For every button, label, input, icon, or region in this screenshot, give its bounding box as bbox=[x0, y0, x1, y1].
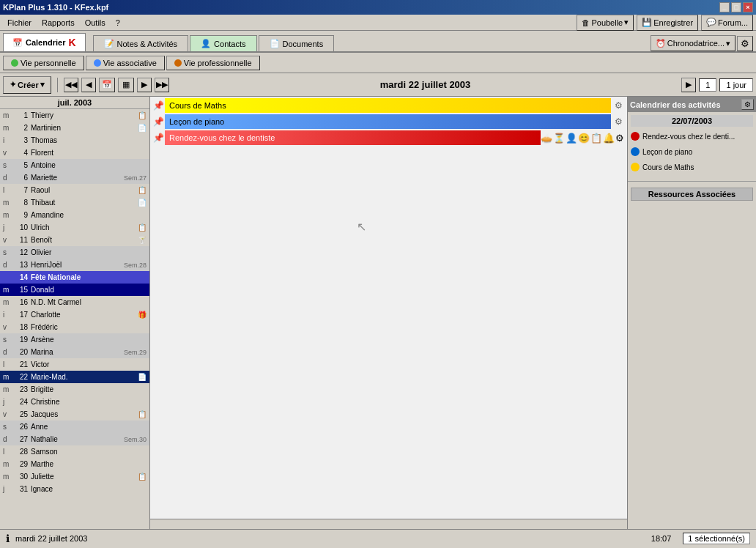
tab-bar: 📅 Calendrier K 📝 Notes & Activités 👤 Con… bbox=[0, 31, 756, 53]
nav-next-button[interactable]: ▶ bbox=[137, 78, 152, 92]
event-block-rdv-dentiste[interactable]: Rendez-vous chez le dentiste bbox=[165, 130, 541, 145]
status-count: 1 sélectionné(s) bbox=[683, 533, 750, 544]
day-row[interactable]: l21Victor bbox=[0, 358, 149, 371]
tab-calendrier-label: Calendrier bbox=[26, 38, 65, 47]
status-date: mardi 22 juillet 2003 bbox=[15, 534, 87, 543]
tab-contacts-label: Contacts bbox=[214, 40, 245, 48]
tab-documents[interactable]: 📄 Documents bbox=[259, 35, 335, 51]
day-row[interactable]: v18Frédéric bbox=[0, 321, 149, 333]
title-bar: KPlan Plus 1.310 - KFex.kpf _ □ × bbox=[0, 0, 756, 15]
doc-icon: 📋 bbox=[138, 410, 147, 418]
activities-title: Calendrier des activités bbox=[630, 100, 721, 109]
event-icons: 🥧 ⏳ 👤 😊 📋 🔔 ⚙ bbox=[541, 133, 626, 144]
nav-today-button[interactable]: ▶ bbox=[681, 78, 696, 92]
window-controls[interactable]: _ □ × bbox=[719, 2, 753, 12]
create-button[interactable]: ✦ Créer ▾ bbox=[3, 76, 51, 94]
tab-vie-pro[interactable]: Vie professionnelle bbox=[166, 56, 260, 70]
day-row[interactable]: v11Benoît🍸 bbox=[0, 234, 149, 246]
right-panel: Calendrier des activités ⚙ 22/07/2003 Re… bbox=[628, 97, 756, 529]
event-settings-icon[interactable]: ⚙ bbox=[611, 100, 626, 111]
day-row[interactable]: d20MarinaSem.29 bbox=[0, 346, 149, 358]
menu-fichier[interactable]: Fichier bbox=[3, 17, 36, 29]
day-row[interactable]: m9Amandine bbox=[0, 209, 149, 221]
chrono-button[interactable]: ⏰ Chronodatrice... ▾ bbox=[651, 35, 735, 51]
day-row[interactable]: m2Martinien📄 bbox=[0, 122, 149, 134]
person-icon: 👤 bbox=[566, 133, 577, 144]
nav-calendar-button[interactable]: 📅 bbox=[99, 78, 115, 92]
event-color-dot bbox=[631, 163, 640, 171]
calendar-day-list: juil. 2003 m1Thierry📋 m2Martinien📄 i3Tho… bbox=[0, 97, 150, 529]
maximize-button[interactable]: □ bbox=[731, 2, 741, 12]
poubelle-button[interactable]: 🗑 Poubelle ▾ bbox=[577, 15, 634, 31]
close-button[interactable]: × bbox=[743, 2, 753, 12]
day-row[interactable]: s19Arsène bbox=[0, 333, 149, 346]
status-time: 18:07 bbox=[651, 534, 672, 543]
day-row[interactable]: j24Christine bbox=[0, 396, 149, 408]
main-content: juil. 2003 m1Thierry📋 m2Martinien📄 i3Tho… bbox=[0, 97, 756, 529]
nav-last-button[interactable]: ▶▶ bbox=[155, 78, 169, 92]
day-row[interactable]: i3Thomas bbox=[0, 134, 149, 147]
event-settings-icon[interactable]: ⚙ bbox=[611, 116, 626, 127]
tab-contacts[interactable]: 👤 Contacts bbox=[190, 35, 256, 51]
settings-button[interactable]: ⚙ bbox=[737, 36, 753, 51]
menu-aide[interactable]: ? bbox=[111, 17, 125, 29]
minimize-button[interactable]: _ bbox=[719, 2, 730, 12]
right-event-label: Leçon de piano bbox=[642, 148, 753, 156]
nav-first-button[interactable]: ◀◀ bbox=[64, 78, 78, 92]
day-row[interactable]: m29Marthe bbox=[0, 458, 149, 470]
vie-perso-label: Vie personnelle bbox=[21, 59, 76, 67]
day-row[interactable]: m1Thierry📋 bbox=[0, 109, 149, 122]
gear-icon: ⚙ bbox=[741, 38, 749, 49]
day-row-holiday[interactable]: 14Fête Nationale bbox=[0, 271, 149, 284]
tab-vie-perso[interactable]: Vie personnelle bbox=[3, 56, 84, 70]
doc-icon: 📋 bbox=[138, 186, 147, 194]
day-row[interactable]: m8Thibaut📄 bbox=[0, 196, 149, 209]
right-event-maths[interactable]: Cours de Maths bbox=[631, 160, 753, 174]
period-icon: 1 bbox=[705, 81, 710, 89]
right-event-dentiste[interactable]: Rendez-vous chez le denti... bbox=[631, 129, 753, 144]
event-lecon-piano[interactable]: 📌 Leçon de piano ⚙ bbox=[152, 114, 626, 129]
day-row[interactable]: l7Raoul📋 bbox=[0, 184, 149, 196]
event-block-lecon-piano[interactable]: Leçon de piano bbox=[165, 114, 611, 129]
day-row[interactable]: s5Antoine bbox=[0, 159, 149, 171]
forum-button[interactable]: 💬 Forum... bbox=[701, 15, 753, 31]
tab-calendrier[interactable]: 📅 Calendrier K bbox=[3, 33, 86, 51]
plus-icon: ✦ bbox=[10, 80, 16, 89]
day-row[interactable]: m30Juliette📋 bbox=[0, 470, 149, 483]
tab-vie-assoc[interactable]: Vie associative bbox=[86, 56, 165, 70]
day-row[interactable]: m23Brigitte bbox=[0, 383, 149, 396]
day-row[interactable]: s12Olivier bbox=[0, 246, 149, 259]
day-row[interactable]: j10Ulrich📋 bbox=[0, 221, 149, 234]
event-block-cours-maths[interactable]: Cours de Maths bbox=[165, 98, 611, 113]
menu-outils[interactable]: Outils bbox=[81, 17, 110, 29]
save-button[interactable]: 💾 Enregistrer bbox=[637, 15, 698, 31]
vie-pro-label: Vie professionnelle bbox=[184, 59, 252, 67]
horizontal-scrollbar[interactable] bbox=[150, 519, 627, 529]
menu-rapports[interactable]: Rapports bbox=[37, 17, 79, 29]
day-row[interactable]: d6MarietteSem.27 bbox=[0, 171, 149, 184]
day-row[interactable]: d13HenriJoëlSem.28 bbox=[0, 259, 149, 271]
nav-grid-button[interactable]: ▦ bbox=[118, 78, 134, 92]
settings-icon[interactable]: ⚙ bbox=[615, 133, 624, 144]
chrono-section: ⏰ Chronodatrice... ▾ ⚙ bbox=[651, 35, 753, 51]
menu-bar: Fichier Rapports Outils ? 🗑 Poubelle ▾ 💾… bbox=[0, 15, 756, 31]
activities-settings-button[interactable]: ⚙ bbox=[741, 99, 754, 110]
day-row-today[interactable]: m15Donald bbox=[0, 284, 149, 296]
event-cours-maths[interactable]: 📌 Cours de Maths ⚙ bbox=[152, 98, 626, 113]
app-title: KPlan Plus 1.310 - KFex.kpf bbox=[3, 3, 108, 12]
day-row[interactable]: m16N.D. Mt Carmel bbox=[0, 296, 149, 308]
right-event-label: Cours de Maths bbox=[642, 163, 753, 171]
nav-prev-button[interactable]: ◀ bbox=[81, 78, 96, 92]
day-row-selected[interactable]: m22Marie-Mad.📄 bbox=[0, 371, 149, 383]
tab-notes[interactable]: 📝 Notes & Activités bbox=[93, 35, 189, 51]
right-event-piano[interactable]: Leçon de piano bbox=[631, 144, 753, 159]
day-row[interactable]: d27NathalieSem.30 bbox=[0, 433, 149, 445]
event-rdv-dentiste[interactable]: 📌 Rendez-vous chez le dentiste 🥧 ⏳ 👤 😊 📋… bbox=[152, 130, 626, 145]
day-row[interactable]: i17Charlotte🎁 bbox=[0, 308, 149, 321]
tab-documents-label: Documents bbox=[283, 40, 324, 48]
day-row[interactable]: l28Samson bbox=[0, 445, 149, 458]
day-row[interactable]: j31Ignace bbox=[0, 483, 149, 495]
day-row[interactable]: v25Jacques📋 bbox=[0, 408, 149, 421]
day-row[interactable]: s26Anne bbox=[0, 421, 149, 433]
day-row[interactable]: v4Florent bbox=[0, 147, 149, 159]
